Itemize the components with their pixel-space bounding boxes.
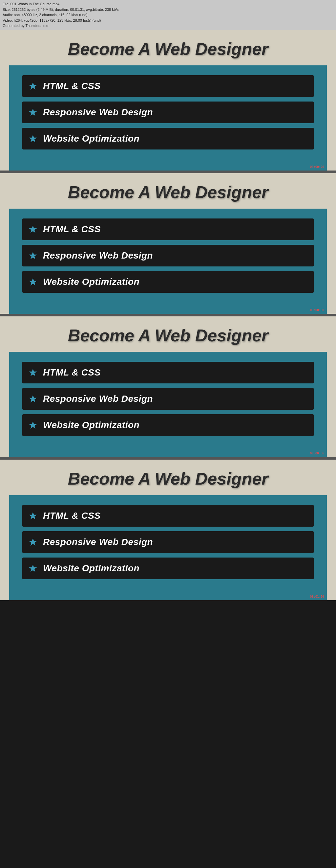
item-row-3-2: ★Website Optimization	[22, 558, 314, 579]
star-icon: ★	[28, 132, 38, 145]
item-row-3-1: ★Responsive Web Design	[22, 531, 314, 553]
item-row-2-1: ★Responsive Web Design	[22, 388, 314, 410]
panel-2: Become A Web Designer★HTML & CSS★Respons…	[0, 316, 336, 457]
star-icon: ★	[28, 80, 38, 92]
panel-title-1: Become A Web Designer	[0, 179, 336, 209]
file-info-bar: File: 001 Whats In The Course.mp4 Size: …	[0, 0, 336, 30]
file-line-3: Audio: aac, 48000 Hz, 2 channels, s16, 9…	[3, 12, 333, 18]
star-icon: ★	[28, 536, 38, 548]
item-text-2-2: Website Optimization	[43, 420, 139, 430]
star-icon: ★	[28, 366, 38, 379]
panel-title-2: Become A Web Designer	[0, 322, 336, 352]
item-text-0-1: Responsive Web Design	[43, 107, 153, 118]
star-icon: ★	[28, 509, 38, 522]
star-icon: ★	[28, 419, 38, 431]
panel-title-0: Become A Web Designer	[0, 36, 336, 65]
item-row-1-0: ★HTML & CSS	[22, 218, 314, 240]
file-line-4: Video: h264, yuv420p, 1152x720, 123 kb/s…	[3, 18, 333, 23]
item-text-3-0: HTML & CSS	[43, 510, 101, 521]
item-row-0-1: ★Responsive Web Design	[22, 101, 314, 123]
panel-title-3: Become A Web Designer	[0, 466, 336, 495]
timestamp-2: 00:00:56	[310, 452, 324, 455]
item-text-1-2: Website Optimization	[43, 277, 139, 287]
star-icon: ★	[28, 223, 38, 236]
star-icon: ★	[28, 393, 38, 405]
file-line-5: Generated by Thumbnail me	[3, 23, 333, 29]
panel-1: Become A Web Designer★HTML & CSS★Respons…	[0, 173, 336, 314]
star-icon: ★	[28, 276, 38, 288]
star-icon: ★	[28, 106, 38, 119]
item-text-1-0: HTML & CSS	[43, 224, 101, 235]
item-text-3-2: Website Optimization	[43, 563, 139, 574]
star-icon: ★	[28, 562, 38, 575]
star-icon: ★	[28, 249, 38, 262]
panel-3: Become A Web Designer★HTML & CSS★Respons…	[0, 460, 336, 600]
file-line-1: File: 001 Whats In The Course.mp4	[3, 1, 333, 7]
item-text-0-2: Website Optimization	[43, 133, 139, 144]
item-row-0-2: ★Website Optimization	[22, 128, 314, 150]
item-row-2-2: ★Website Optimization	[22, 414, 314, 436]
item-text-2-1: Responsive Web Design	[43, 394, 153, 404]
item-row-3-0: ★HTML & CSS	[22, 505, 314, 527]
timestamp-3: 00:01:10	[310, 595, 324, 598]
item-row-1-2: ★Website Optimization	[22, 271, 314, 293]
timestamp-1: 00:00:30	[310, 309, 324, 312]
panel-0: Become A Web Designer★HTML & CSS★Respons…	[0, 30, 336, 170]
file-line-2: Size: 2612262 bytes (2.49 MiB), duration…	[3, 7, 333, 12]
item-text-3-1: Responsive Web Design	[43, 537, 153, 547]
item-row-0-0: ★HTML & CSS	[22, 75, 314, 97]
timestamp-0: 00:00:20	[310, 165, 324, 168]
item-row-2-0: ★HTML & CSS	[22, 362, 314, 383]
item-text-1-1: Responsive Web Design	[43, 250, 153, 261]
item-row-1-1: ★Responsive Web Design	[22, 245, 314, 267]
item-text-2-0: HTML & CSS	[43, 367, 101, 378]
item-text-0-0: HTML & CSS	[43, 81, 101, 91]
